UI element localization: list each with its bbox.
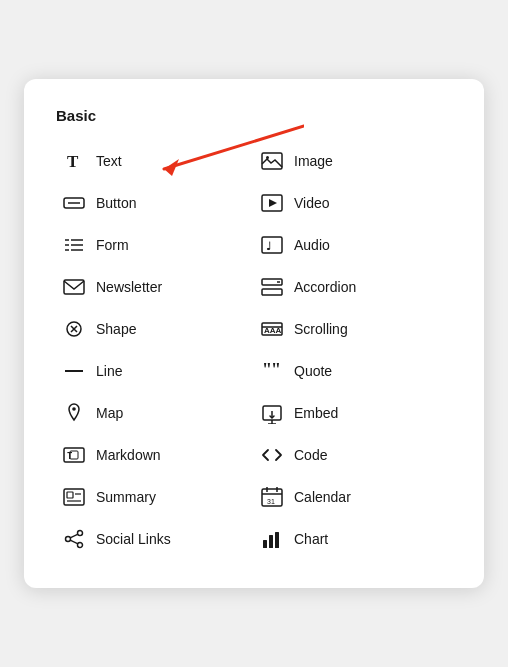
- image-icon: [260, 149, 284, 173]
- items-grid: T Text Image Button Video Form ♩ Audio N…: [56, 140, 452, 560]
- button-icon: [62, 191, 86, 215]
- newsletter-icon: [62, 275, 86, 299]
- markdown-label: Markdown: [96, 447, 161, 463]
- item-text[interactable]: T Text: [56, 140, 254, 182]
- svg-line-47: [70, 540, 78, 544]
- accordion-label: Accordion: [294, 279, 356, 295]
- social-links-icon: [62, 527, 86, 551]
- section-title: Basic: [56, 107, 452, 124]
- video-icon: [260, 191, 284, 215]
- form-icon: [62, 233, 86, 257]
- item-line[interactable]: Line: [56, 350, 254, 392]
- item-social-links[interactable]: Social Links: [56, 518, 254, 560]
- line-icon: [62, 359, 86, 383]
- social-links-label: Social Links: [96, 531, 171, 547]
- svg-point-45: [66, 537, 71, 542]
- code-label: Code: [294, 447, 327, 463]
- summary-label: Summary: [96, 489, 156, 505]
- chart-icon: [260, 527, 284, 551]
- item-button[interactable]: Button: [56, 182, 254, 224]
- markdown-icon: T: [62, 443, 86, 467]
- form-label: Form: [96, 237, 129, 253]
- accordion-icon: [260, 275, 284, 299]
- summary-icon: [62, 485, 86, 509]
- item-map[interactable]: Map: [56, 392, 254, 434]
- svg-rect-48: [263, 540, 267, 548]
- item-video[interactable]: Video: [254, 182, 452, 224]
- button-label: Button: [96, 195, 136, 211]
- scrolling-icon: AAA: [260, 317, 284, 341]
- audio-label: Audio: [294, 237, 330, 253]
- item-summary[interactable]: Summary: [56, 476, 254, 518]
- svg-text:": ": [271, 360, 281, 380]
- svg-text:31: 31: [267, 498, 275, 505]
- audio-icon: ♩: [260, 233, 284, 257]
- svg-rect-35: [67, 492, 73, 498]
- newsletter-label: Newsletter: [96, 279, 162, 295]
- svg-text:T: T: [67, 152, 79, 171]
- svg-point-28: [72, 407, 76, 411]
- text-label: Text: [96, 153, 122, 169]
- item-newsletter[interactable]: Newsletter: [56, 266, 254, 308]
- line-label: Line: [96, 363, 122, 379]
- quote-label: Quote: [294, 363, 332, 379]
- calendar-icon: 31: [260, 485, 284, 509]
- item-audio[interactable]: ♩ Audio: [254, 224, 452, 266]
- item-markdown[interactable]: T Markdown: [56, 434, 254, 476]
- embed-icon: [260, 401, 284, 425]
- item-quote[interactable]: " " Quote: [254, 350, 452, 392]
- svg-point-4: [266, 156, 269, 159]
- map-label: Map: [96, 405, 123, 421]
- item-scrolling[interactable]: AAA Scrolling: [254, 308, 452, 350]
- map-icon: [62, 401, 86, 425]
- shape-label: Shape: [96, 321, 136, 337]
- chart-label: Chart: [294, 531, 328, 547]
- item-image[interactable]: Image: [254, 140, 452, 182]
- item-embed[interactable]: Embed: [254, 392, 452, 434]
- item-form[interactable]: Form: [56, 224, 254, 266]
- svg-rect-17: [64, 280, 84, 294]
- svg-marker-8: [269, 199, 277, 207]
- svg-rect-49: [269, 535, 273, 548]
- svg-line-46: [70, 534, 78, 538]
- item-code[interactable]: Code: [254, 434, 452, 476]
- scrolling-label: Scrolling: [294, 321, 348, 337]
- svg-rect-19: [262, 289, 282, 295]
- code-icon: [260, 443, 284, 467]
- embed-label: Embed: [294, 405, 338, 421]
- item-chart[interactable]: Chart: [254, 518, 452, 560]
- image-label: Image: [294, 153, 333, 169]
- svg-text:♩: ♩: [266, 240, 271, 252]
- quote-icon: " ": [260, 359, 284, 383]
- item-shape[interactable]: Shape: [56, 308, 254, 350]
- text-icon: T: [62, 149, 86, 173]
- calendar-label: Calendar: [294, 489, 351, 505]
- svg-rect-50: [275, 532, 279, 548]
- item-calendar[interactable]: 31 Calendar: [254, 476, 452, 518]
- item-accordion[interactable]: Accordion: [254, 266, 452, 308]
- video-label: Video: [294, 195, 330, 211]
- svg-rect-15: [262, 237, 282, 253]
- shape-icon: [62, 317, 86, 341]
- basic-panel: Basic T Text Image Button Video Form ♩ A…: [24, 79, 484, 588]
